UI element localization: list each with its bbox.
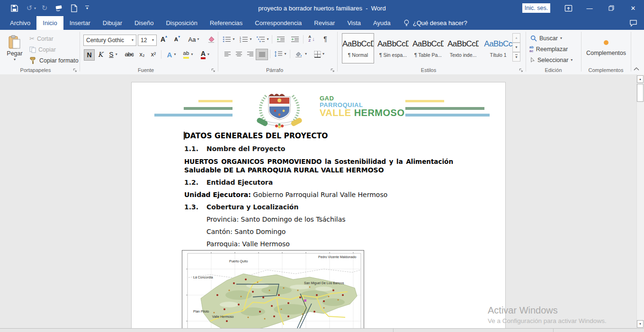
multilevel-list-button[interactable]: ▾ — [256, 34, 270, 45]
doc-paragraph-line[interactable]: HUERTOS ORGANICOS PROMOVIENDO la Sosteni… — [184, 157, 453, 166]
doc-paragraph-line[interactable]: Unidad Ejecutora: Gobierno Parroquial Ru… — [184, 190, 387, 199]
font-size-combobox[interactable]: 12 ▾ — [138, 35, 157, 46]
redo-icon[interactable]: ↻ — [40, 3, 49, 13]
scroll-down-button[interactable]: ▾ — [637, 320, 644, 328]
style-card-texto-inde-[interactable]: AaBbCcDTexto inde... — [447, 33, 479, 63]
text-effects-button[interactable]: A ▾ — [164, 49, 179, 60]
doc-indented-line[interactable]: Provincia: Santo Domingo de los Tsáchila… — [206, 215, 346, 224]
collapse-ribbon-button[interactable] — [634, 64, 639, 72]
ribbon-display-options-icon[interactable] — [561, 2, 575, 14]
increase-indent-button[interactable] — [289, 34, 301, 45]
vertical-scrollbar[interactable] — [636, 74, 644, 328]
map-figure[interactable]: Puerto QuitoPedro Vicente MaldonadoLa Co… — [182, 250, 364, 328]
new-document-icon[interactable] — [69, 3, 79, 13]
doc-indented-line[interactable]: Cantón: Santo Domingo — [206, 227, 286, 236]
tab-revisar[interactable]: Revisar — [308, 16, 341, 30]
styles-scroll-down-button[interactable]: ▾ — [512, 43, 520, 52]
paste-button[interactable]: Pegar ▾ — [3, 32, 27, 65]
save-icon[interactable] — [9, 3, 19, 13]
grow-font-button[interactable]: A▴ — [158, 34, 170, 45]
style-card--sin-espa-[interactable]: AaBbCcD¶ Sin espa... — [377, 33, 409, 63]
replace-button[interactable]: abac Reemplazar — [529, 44, 568, 54]
superscript-button[interactable]: x² — [148, 49, 159, 60]
font-color-button[interactable]: A ▾ — [197, 49, 213, 60]
style-card-t-tulo-1[interactable]: AaBbCcTítulo 1 — [482, 33, 514, 63]
feedback-svg — [629, 19, 637, 27]
svg-text:3: 3 — [240, 40, 241, 43]
style-card--table-pa-[interactable]: AaBbCcD¶ Table Pa... — [412, 33, 444, 63]
tab-referencias[interactable]: Referencias — [204, 16, 249, 30]
undo-dropdown-icon[interactable]: ▾ — [34, 7, 36, 10]
close-button[interactable]: ✕ — [626, 2, 640, 14]
bold-button[interactable]: N — [84, 49, 95, 61]
doc-paragraph-line[interactable]: Saludable DE LA PARROQUIA RURAL VALLE HE… — [184, 166, 384, 174]
styles-scroll-up-button[interactable]: ▴ — [512, 33, 520, 43]
align-left-button[interactable] — [222, 49, 233, 59]
underline-button[interactable]: S ▾ — [106, 49, 120, 60]
numbering-button[interactable]: 123 ▾ — [239, 34, 253, 45]
cut-button[interactable]: ✂ Cortar — [29, 34, 54, 44]
decrease-indent-button[interactable] — [275, 34, 287, 45]
gad-crest-logo — [242, 90, 317, 131]
change-case-button[interactable]: Aa ▾ — [186, 34, 202, 45]
style-card--normal[interactable]: AaBbCcD¶ Normal — [342, 33, 374, 63]
tab-inicio[interactable]: Inicio — [36, 16, 63, 30]
bullets-button[interactable]: ▾ — [222, 34, 236, 45]
ribbon: Pegar ▾ ✂ Cortar Copiar Copiar formato P… — [0, 30, 644, 75]
scroll-up-button[interactable]: ▴ — [637, 75, 644, 83]
undo-icon[interactable]: ↺ — [25, 3, 34, 13]
shrink-font-button[interactable]: A▾ — [171, 34, 183, 45]
tab-dibujar[interactable]: Dibujar — [97, 16, 128, 30]
doc-heading[interactable]: DATOS GENERALES DEL PROYECTO — [184, 132, 328, 140]
clipboard-icon — [9, 35, 21, 49]
style-label: ¶ Sin espa... — [377, 52, 409, 58]
document-area[interactable]: GAD PARROQUIAL VALLE HERMOSO — [0, 74, 636, 328]
add-ins-button[interactable]: Complementos — [583, 33, 629, 64]
doc-indented-line[interactable]: Parroquia: Valle Hermoso — [206, 240, 290, 248]
line-spacing-button[interactable]: ▾ — [273, 49, 288, 59]
restore-button[interactable] — [604, 2, 618, 14]
clear-formatting-button[interactable] — [206, 34, 217, 45]
tab-archivo[interactable]: Archivo — [4, 16, 36, 30]
styles-dialog-launcher[interactable] — [518, 67, 524, 73]
italic-button[interactable]: K — [96, 49, 105, 60]
dialog-launcher-icon — [73, 68, 77, 72]
subscript-button[interactable]: x₂ — [136, 49, 148, 60]
tab-disposición[interactable]: Disposición — [160, 16, 203, 30]
minimize-button[interactable]: — — [582, 2, 597, 14]
format-painter-button[interactable]: Copiar formato — [29, 55, 79, 65]
qat-customize-icon[interactable]: ▾ — [82, 3, 92, 13]
paragraph-dialog-launcher[interactable] — [330, 67, 335, 73]
ink-eraser-icon[interactable] — [54, 3, 63, 13]
select-arrow-icon — [530, 57, 535, 63]
clipboard-dialog-launcher[interactable] — [72, 67, 78, 73]
tab-vista[interactable]: Vista — [341, 16, 367, 30]
copy-button[interactable]: Copiar — [29, 45, 56, 54]
shading-button[interactable]: ▾ — [293, 49, 309, 59]
text-highlight-button[interactable]: ab ▾ — [180, 49, 196, 60]
group-divider — [337, 32, 338, 72]
scrollbar-thumb[interactable] — [637, 84, 644, 102]
group-divider — [581, 32, 581, 72]
tab-insertar[interactable]: Insertar — [63, 16, 97, 30]
align-center-button[interactable] — [233, 49, 244, 59]
tab-diseño[interactable]: Diseño — [128, 16, 160, 30]
borders-button[interactable]: ▾ — [311, 49, 328, 59]
sign-in-button[interactable]: Inic. ses. — [522, 3, 550, 13]
justify-button[interactable] — [256, 49, 268, 60]
tab-ayuda[interactable]: Ayuda — [367, 16, 397, 30]
style-label: ¶ Normal — [342, 52, 374, 58]
font-dialog-launcher[interactable] — [210, 67, 216, 73]
sort-button[interactable]: AZ ↓ — [305, 34, 318, 44]
align-right-button[interactable] — [244, 49, 256, 59]
strikethrough-button[interactable]: abc — [123, 49, 136, 60]
feedback-icon[interactable] — [629, 19, 637, 28]
page[interactable]: GAD PARROQUIAL VALLE HERMOSO — [131, 82, 506, 328]
font-name-combobox[interactable]: Century Gothic ▾ — [83, 35, 136, 46]
tab-correspondencia[interactable]: Correspondencia — [249, 16, 308, 30]
find-button[interactable]: Buscar ▾ — [530, 33, 562, 43]
show-paragraph-marks-button[interactable]: ¶ — [320, 34, 331, 44]
styles-more-button[interactable]: ▾ — [512, 52, 520, 62]
select-button[interactable]: Seleccionar ▾ — [530, 55, 572, 65]
tell-me[interactable]: ¿Qué desea hacer? — [403, 16, 467, 30]
